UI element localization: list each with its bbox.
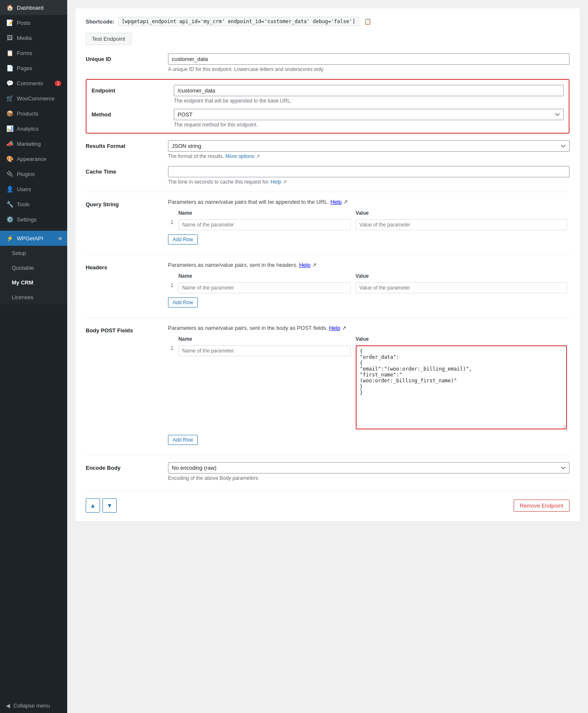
- sidebar-item-licenses[interactable]: Licenses: [0, 290, 67, 305]
- qs-name-cell: [176, 218, 353, 232]
- encode-body-help: Encoding of the above Body parameters.: [168, 475, 570, 481]
- settings-icon: ⚙️: [6, 216, 13, 223]
- sidebar-item-label: Settings: [17, 216, 37, 223]
- my-crm-label: My CRM: [12, 279, 33, 286]
- main-content: Shortcode: [wpgetapi_endpoint api_id='my…: [67, 0, 588, 713]
- dashboard-icon: 🏠: [6, 4, 13, 11]
- sidebar-item-wpgetapi[interactable]: ⚡ WPGetAPI ◀: [0, 231, 67, 246]
- query-string-help-link[interactable]: Help: [331, 199, 342, 205]
- query-string-section: Query String Parameters as name/value pa…: [86, 199, 570, 245]
- bp-name-input[interactable]: [178, 345, 351, 356]
- sidebar-divider: [0, 229, 67, 229]
- sidebar-item-label: Media: [17, 35, 32, 41]
- copy-shortcode-button[interactable]: 📋: [362, 17, 373, 26]
- headers-desc: Parameters as name/value pairs, sent in …: [168, 262, 570, 268]
- qs-value-input[interactable]: [356, 219, 567, 230]
- cache-time-help-text: The time in seconds to cache this reques…: [168, 179, 269, 185]
- sidebar-item-label: Users: [17, 186, 31, 192]
- posts-icon: 📝: [6, 19, 13, 26]
- unique-id-help: A unique ID for this endpoint. Lowercase…: [168, 66, 570, 72]
- cache-time-input[interactable]: [168, 166, 570, 177]
- sidebar-item-dashboard[interactable]: 🏠 Dashboard: [0, 0, 67, 15]
- down-arrow-icon: ▼: [107, 502, 113, 509]
- cache-time-row: Cache Time The time in seconds to cache …: [86, 166, 570, 185]
- test-endpoint-button[interactable]: Test Endpoint: [86, 33, 131, 45]
- forms-icon: 📋: [6, 50, 13, 56]
- hdr-name-header: Name: [176, 271, 353, 281]
- headers-field: Parameters as name/value pairs, sent in …: [168, 262, 570, 308]
- results-format-label: Results Format: [86, 140, 161, 149]
- sidebar-item-label: Analytics: [17, 126, 39, 132]
- unique-id-input[interactable]: [168, 53, 570, 65]
- sidebar-item-setup[interactable]: Setup: [0, 246, 67, 260]
- sidebar-item-appearance[interactable]: 🎨 Appearance: [0, 151, 67, 166]
- bp-row-num: 1: [168, 344, 176, 432]
- cache-time-label: Cache Time: [86, 166, 161, 175]
- sidebar-item-marketing[interactable]: 📣 Marketing: [0, 136, 67, 151]
- sidebar-item-media[interactable]: 🖼 Media: [0, 30, 67, 45]
- move-up-button[interactable]: ▲: [86, 498, 100, 513]
- sidebar-item-forms[interactable]: 📋 Forms: [0, 45, 67, 61]
- move-down-button[interactable]: ▼: [102, 498, 117, 513]
- sidebar-item-woocommerce[interactable]: 🛒 WooCommerce: [0, 91, 67, 106]
- endpoint-input[interactable]: [174, 85, 564, 96]
- remove-endpoint-button[interactable]: Remove Endpoint: [514, 500, 570, 512]
- query-string-field: Parameters as name/value pairs that will…: [168, 199, 570, 245]
- hdr-value-input[interactable]: [356, 282, 567, 293]
- sidebar-item-label: Plugins: [17, 171, 35, 177]
- hdr-value-cell: [353, 281, 570, 295]
- bp-value-cell: { "order_data": { "email":"(woo:order:_b…: [353, 344, 570, 432]
- encode-body-field: No encoding (raw) URL encoded Base64 Enc…: [168, 462, 570, 481]
- products-icon: 📦: [6, 110, 13, 117]
- sidebar-item-analytics[interactable]: 📊 Analytics: [0, 121, 67, 136]
- sidebar-item-label: WPGetAPI: [17, 235, 43, 242]
- qs-row-num: 1: [168, 218, 176, 232]
- pages-icon: 📄: [6, 65, 13, 71]
- sidebar-item-my-crm[interactable]: My CRM: [0, 275, 67, 290]
- hdr-add-row-button[interactable]: Add Row: [168, 297, 198, 308]
- sidebar-item-posts[interactable]: 📝 Posts: [0, 15, 67, 30]
- encode-body-select[interactable]: No encoding (raw) URL encoded Base64: [168, 462, 570, 474]
- query-string-label: Query String: [86, 199, 161, 208]
- sidebar-item-label: Appearance: [17, 156, 46, 162]
- bottom-actions: ▲ ▼ Remove Endpoint: [86, 491, 570, 513]
- qs-name-input[interactable]: [178, 219, 351, 230]
- bp-value-textarea[interactable]: { "order_data": { "email":"(woo:order:_b…: [356, 345, 567, 429]
- wpgetapi-icon: ⚡: [6, 235, 13, 242]
- divider-2: [86, 255, 570, 255]
- results-format-select[interactable]: JSON string Array Object: [168, 140, 570, 152]
- arrow-buttons: ▲ ▼: [86, 498, 117, 513]
- sidebar-item-quotable[interactable]: Quotable: [0, 260, 67, 275]
- sidebar-item-pages[interactable]: 📄 Pages: [0, 61, 67, 76]
- query-string-desc-text: Parameters as name/value pairs that will…: [168, 199, 329, 205]
- qs-value-cell: [353, 218, 570, 232]
- method-select[interactable]: GET POST PUT DELETE PATCH: [174, 109, 564, 120]
- sidebar-item-settings[interactable]: ⚙️ Settings: [0, 212, 67, 227]
- sidebar-item-comments[interactable]: 💬 Comments 1: [0, 76, 67, 91]
- cache-time-help-link[interactable]: Help: [271, 179, 281, 185]
- hdr-row-num: 1: [168, 281, 176, 295]
- sidebar-item-label: Dashboard: [17, 5, 44, 11]
- body-post-table: Name Value 1 { "order_data": { "email":"…: [168, 334, 570, 432]
- sidebar-item-plugins[interactable]: 🔌 Plugins: [0, 166, 67, 182]
- hdr-name-input[interactable]: [178, 282, 351, 293]
- sidebar-item-users[interactable]: 👤 Users: [0, 182, 67, 197]
- collapse-menu-button[interactable]: ◀ Collapse menu: [0, 698, 67, 713]
- shortcode-value: [wpgetapi_endpoint api_id='my_crm' endpo…: [118, 17, 359, 26]
- results-format-field: JSON string Array Object The format of t…: [168, 140, 570, 159]
- body-post-help-link[interactable]: Help: [329, 325, 340, 331]
- marketing-icon: 📣: [6, 140, 13, 147]
- qs-add-row-button[interactable]: Add Row: [168, 234, 198, 245]
- shortcode-row: Shortcode: [wpgetapi_endpoint api_id='my…: [86, 17, 570, 26]
- appearance-icon: 🎨: [6, 155, 13, 162]
- headers-help-link[interactable]: Help: [299, 262, 310, 268]
- body-post-field: Parameters as name/value pairs, sent in …: [168, 325, 570, 445]
- plugins-icon: 🔌: [6, 171, 13, 177]
- collapse-icon: ◀: [6, 702, 10, 709]
- sidebar-item-tools[interactable]: 🔧 Tools: [0, 197, 67, 212]
- results-format-more-options-link[interactable]: More options: [226, 153, 255, 159]
- bp-add-row-button[interactable]: Add Row: [168, 435, 198, 445]
- body-post-desc: Parameters as name/value pairs, sent in …: [168, 325, 570, 331]
- table-row: 1: [168, 218, 570, 232]
- sidebar-item-products[interactable]: 📦 Products: [0, 106, 67, 121]
